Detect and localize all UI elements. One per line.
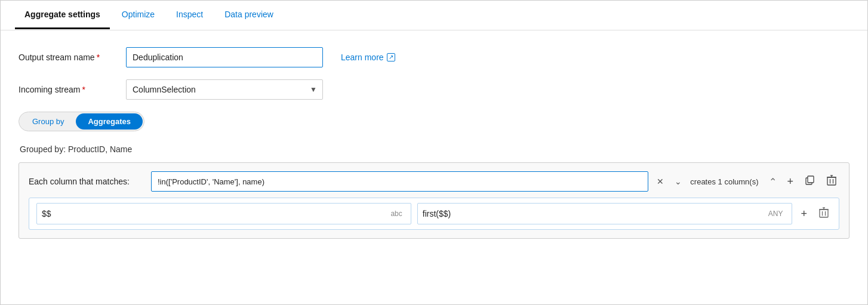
- group-by-toggle-btn[interactable]: Group by: [20, 113, 76, 130]
- required-star-2: *: [82, 85, 85, 94]
- main-container: Aggregate settings Optimize Inspect Data…: [0, 0, 868, 305]
- agg-expression-input[interactable]: [151, 171, 648, 192]
- svg-rect-2: [827, 177, 836, 185]
- incoming-stream-select-wrapper: ColumnSelection ▼: [126, 79, 323, 100]
- incoming-stream-select[interactable]: ColumnSelection: [126, 79, 323, 100]
- tab-aggregate-settings[interactable]: Aggregate settings: [15, 1, 110, 29]
- delete-row-btn[interactable]: [816, 207, 832, 221]
- copy-agg-btn[interactable]: [802, 175, 818, 188]
- delete-agg-btn[interactable]: [824, 175, 839, 189]
- toggle-group: Group by Aggregates: [19, 112, 144, 131]
- agg-dropdown-btn[interactable]: ⌄: [672, 177, 684, 186]
- svg-rect-1: [808, 176, 814, 183]
- aggregates-area: Each column that matches: ✕ ⌄ creates 1 …: [19, 162, 849, 239]
- tabs-bar: Aggregate settings Optimize Inspect Data…: [1, 1, 867, 30]
- output-stream-label: Output stream name*: [19, 53, 126, 62]
- svg-rect-8: [820, 210, 828, 217]
- each-column-label: Each column that matches:: [29, 177, 145, 186]
- agg-clear-btn[interactable]: ✕: [654, 177, 666, 186]
- agg-col-badge: abc: [387, 208, 405, 219]
- tab-inspect[interactable]: Inspect: [167, 1, 213, 29]
- add-row-btn[interactable]: +: [798, 208, 811, 220]
- aggregates-toggle-btn[interactable]: Aggregates: [76, 113, 143, 130]
- external-link-icon: ↗: [387, 53, 395, 61]
- learn-more-link[interactable]: Learn more ↗: [341, 53, 395, 62]
- tab-optimize[interactable]: Optimize: [112, 1, 164, 29]
- agg-data-row: abc ANY +: [29, 198, 839, 230]
- grouped-by-label: Grouped by: ProductID, Name: [19, 144, 849, 154]
- content-area: Output stream name* Learn more ↗ Incomin…: [1, 30, 867, 251]
- agg-func-input[interactable]: [423, 204, 765, 223]
- required-star: *: [97, 53, 100, 62]
- collapse-btn[interactable]: ⌃: [768, 176, 778, 187]
- agg-col-input[interactable]: [42, 204, 387, 223]
- incoming-stream-label: Incoming stream*: [19, 85, 126, 94]
- agg-func-section: ANY: [417, 203, 792, 224]
- agg-func-badge: ANY: [765, 208, 787, 219]
- output-stream-input[interactable]: [126, 47, 323, 67]
- agg-col-section: abc: [36, 203, 411, 224]
- tab-data-preview[interactable]: Data preview: [215, 1, 283, 29]
- add-agg-btn[interactable]: +: [784, 175, 796, 188]
- incoming-stream-row: Incoming stream* ColumnSelection ▼: [19, 79, 849, 100]
- agg-header-row: Each column that matches: ✕ ⌄ creates 1 …: [29, 171, 839, 192]
- output-stream-row: Output stream name* Learn more ↗: [19, 47, 849, 67]
- creates-label: creates 1 column(s): [690, 177, 758, 186]
